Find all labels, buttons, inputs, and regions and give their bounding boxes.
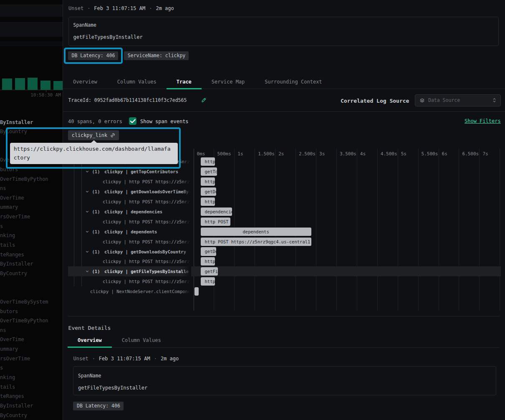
search-result-row[interactable]: OverTimeByPython: [0, 318, 62, 324]
dot-separator: ·: [92, 356, 95, 362]
trace-detail-panel: Unset·Feb 3 11:07:15 AM·2m ago SpanName …: [63, 0, 505, 420]
chevron-down-icon[interactable]: [85, 269, 89, 273]
search-result-row[interactable]: OverTimeBySystem: [0, 299, 62, 305]
span-tree-row[interactable]: clickpy | http POST https://z5nrz9qgc4.u…: [63, 217, 191, 227]
chevron-down-icon[interactable]: [85, 210, 89, 214]
search-result-row[interactable]: ns: [0, 327, 62, 333]
search-result-row[interactable]: OverTime: [0, 337, 62, 342]
clickpy-link-chip[interactable]: clickpy_link: [68, 130, 119, 140]
search-result-row[interactable]: butors: [0, 167, 62, 172]
span-tree-row[interactable]: clickpy | http POST https://z5nrz9qgc4.u…: [63, 197, 191, 207]
child-count: (1): [92, 269, 100, 274]
search-result-row[interactable]: ByInstaller: [0, 119, 62, 125]
link-icon: [110, 133, 115, 138]
span-tree-row[interactable]: clickpy | http POST https://z5nrz9qgc4.u…: [63, 177, 191, 187]
span-tree-row[interactable]: (1)clickpy | getDownloadsOverTimeBySyste…: [63, 187, 191, 197]
search-result-row[interactable]: nking: [0, 233, 62, 238]
span-tree-row[interactable]: (1)clickpy | dependents: [63, 227, 191, 237]
service-name-badge[interactable]: ServiceName: clickpy: [124, 51, 189, 60]
chevron-down-icon[interactable]: [85, 170, 89, 174]
span-label: clickpy | http POST https://z5nrz9qgc4.u…: [103, 199, 191, 204]
filter-band[interactable]: [0, 22, 63, 37]
time-gridline: [479, 149, 480, 311]
span-tree-row[interactable]: clickpy | http POST https://z5nrz9qgc4.u…: [63, 276, 191, 286]
span-duration-bar[interactable]: http POST https://z5nrz9qgc4.us-central1: [201, 257, 215, 266]
show-span-events-checkbox[interactable]: [129, 117, 136, 125]
search-result-row[interactable]: s: [0, 223, 62, 229]
chevron-down-icon[interactable]: [85, 230, 89, 234]
span-duration-bar[interactable]: http POST https://z5nrz9qgc4.us-central1: [201, 238, 311, 246]
tab-overview[interactable]: Overview: [63, 76, 107, 89]
tab-column-values[interactable]: Column Values: [107, 76, 167, 89]
span-duration-bar[interactable]: getTopContributors: [201, 167, 217, 176]
span-tree-row[interactable]: (1)clickpy | dependencies: [63, 207, 191, 217]
span-duration-bar[interactable]: http POST https://z5nrz9qgc4.us-central1: [201, 197, 215, 206]
search-result-row[interactable]: s: [0, 365, 62, 371]
span-tree-row[interactable]: clickpy | http POST https://z5nrz9qgc4.u…: [63, 257, 191, 267]
tab-surrounding-context[interactable]: Surrounding Context: [255, 76, 332, 89]
tab-trace[interactable]: Trace: [167, 76, 202, 89]
chevron-down-icon[interactable]: [85, 250, 89, 254]
search-result-row[interactable]: teRanges: [0, 252, 62, 258]
search-result-row[interactable]: ummary: [0, 346, 62, 352]
search-result-row[interactable]: ns: [0, 185, 62, 191]
span-name-value: getFileTypesByInstaller: [73, 34, 143, 40]
show-span-events-label[interactable]: Show span events: [140, 119, 189, 124]
span-duration-bar[interactable]: [194, 287, 199, 296]
event-tab-overview[interactable]: Overview: [68, 334, 112, 348]
histogram-bar: [53, 81, 63, 90]
span-name-label: SpanName: [73, 22, 96, 28]
search-result-row[interactable]: OverTime: [0, 195, 62, 201]
search-result-row[interactable]: tails: [0, 242, 62, 248]
clickpy-link-chip-label: clickpy_link: [72, 132, 107, 138]
event-tab-column-values[interactable]: Column Values: [112, 334, 171, 348]
span-tree-row[interactable]: clickpy | http POST https://z5nrz9qgc4.u…: [63, 237, 191, 247]
span-duration-bar[interactable]: getDownloadsOverTimeBySystem: [201, 187, 217, 196]
db-latency-badge[interactable]: DB Latency: 406: [68, 51, 119, 60]
search-result-row[interactable]: teRanges: [0, 393, 62, 399]
span-tree-row[interactable]: (1)clickpy | getFileTypesByInstaller: [63, 266, 191, 276]
event-details-tabs: OverviewColumn Values: [68, 334, 171, 348]
time-gridline: [398, 149, 398, 311]
child-count: (1): [92, 189, 100, 194]
span-tree-row[interactable]: clickpy | NextNodeServer.clientComponent…: [63, 286, 191, 296]
search-input-band[interactable]: [0, 5, 63, 17]
search-result-row[interactable]: ByInstaller: [0, 261, 62, 267]
divider: [68, 316, 500, 316]
search-result-row[interactable]: butors: [0, 309, 62, 314]
span-duration-bar[interactable]: getFileTypesByInstaller: [201, 267, 218, 276]
edit-pencil-icon[interactable]: [201, 97, 207, 103]
search-result-row[interactable]: nking: [0, 374, 62, 380]
search-result-row[interactable]: ByCountry: [0, 271, 62, 276]
span-duration-bar[interactable]: http POST https://z5nrz9qgc4.us-central1: [201, 218, 230, 226]
search-result-row[interactable]: rsOverTime: [0, 214, 62, 220]
span-duration-bar[interactable]: http POST https://z5nrz9qgc4.us-central1: [201, 177, 215, 186]
tab-service-map[interactable]: Service Map: [202, 76, 255, 89]
tree-fade-overlay: [182, 156, 191, 296]
span-duration-bar[interactable]: getDownloadsByCountry: [201, 247, 217, 256]
span-duration-bar[interactable]: http POST https://z5nrz9qgc4.us-central1: [201, 277, 215, 286]
search-result-row[interactable]: ByCountry: [0, 129, 62, 134]
event-timestamp: Feb 3 11:07:15 AM: [94, 5, 145, 11]
span-duration-bar[interactable]: dependencies: [201, 207, 232, 216]
span-tree-row[interactable]: (1)clickpy | getDownloadsByCountry: [63, 247, 191, 257]
span-duration-bar[interactable]: http POST https://z5nrz9qgc4.us-central1: [201, 157, 215, 166]
search-result-row[interactable]: ummary: [0, 204, 62, 210]
time-axis-label: 4.500s: [381, 151, 397, 157]
data-source-select[interactable]: Data Source: [415, 94, 501, 106]
db-latency-badge[interactable]: DB Latency: 406: [73, 402, 124, 410]
search-result-row[interactable]: ByCountry: [0, 412, 62, 418]
span-tree-row[interactable]: (1)clickpy | getTopContributors: [63, 167, 191, 177]
search-result-row[interactable]: tails: [0, 384, 62, 390]
dot-separator: ·: [149, 5, 152, 11]
chevron-down-icon[interactable]: [85, 190, 89, 194]
relative-time: 2m ago: [156, 5, 174, 11]
search-result-row[interactable]: OverTimeByPython: [0, 176, 62, 182]
search-result-row[interactable]: rsOverTime: [0, 356, 62, 362]
status-label: Unset: [68, 5, 83, 11]
search-result-row[interactable]: ByInstaller: [0, 403, 62, 409]
span-duration-bar[interactable]: dependents: [201, 228, 311, 236]
dot-separator: ·: [87, 5, 90, 11]
show-filters-link[interactable]: Show Filters: [465, 118, 501, 124]
span-label: clickpy | http POST https://z5nrz9qgc4.u…: [103, 239, 191, 244]
